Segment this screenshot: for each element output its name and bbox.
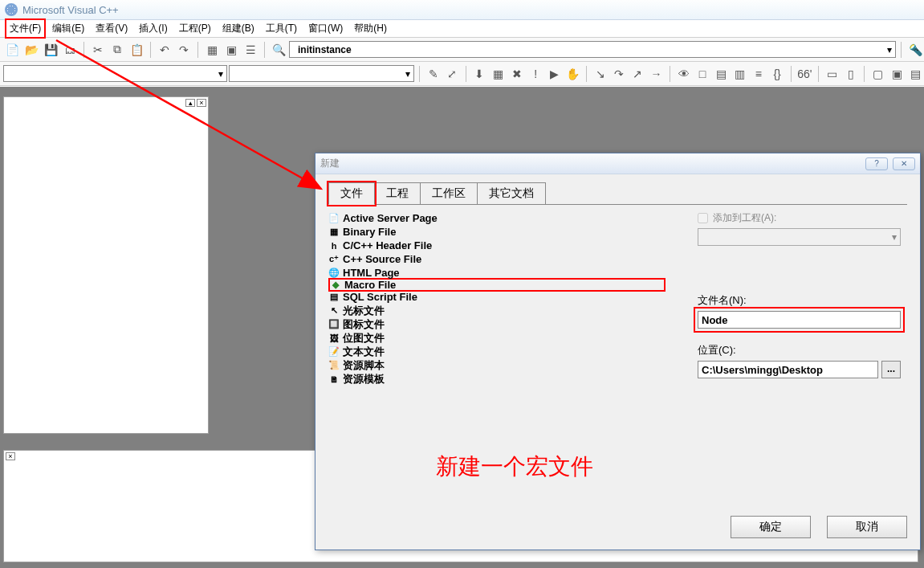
- cursor-icon: ↖: [328, 305, 340, 317]
- asp-icon: 📄: [328, 213, 340, 224]
- open-icon[interactable]: 📂: [22, 41, 40, 59]
- binary-icon: ▦: [328, 227, 340, 238]
- callstack-icon[interactable]: ≡: [750, 65, 767, 83]
- window-list-icon[interactable]: ☰: [242, 41, 259, 59]
- menu-file[interactable]: 文件(F): [5, 18, 46, 39]
- find-combo[interactable]: initinstance ▾: [289, 41, 896, 58]
- tab-file[interactable]: 文件: [328, 182, 375, 205]
- ok-button[interactable]: 确定: [731, 516, 811, 538]
- misc-icon-2[interactable]: ▣: [889, 65, 906, 83]
- execute-icon[interactable]: !: [527, 65, 544, 83]
- watch-icon[interactable]: 👁: [675, 65, 692, 83]
- menu-project[interactable]: 工程(P): [174, 20, 216, 37]
- new-file-icon[interactable]: 📄: [3, 41, 21, 59]
- list-label: C++ Source File: [343, 253, 421, 265]
- workspace-icon[interactable]: ▦: [203, 41, 221, 59]
- tab-project[interactable]: 工程: [374, 182, 421, 204]
- filename-label: 文件名(N):: [698, 293, 901, 308]
- save-all-icon[interactable]: 🗂: [61, 41, 79, 59]
- location-input[interactable]: [698, 361, 878, 378]
- file-type-list[interactable]: 📄Active Server Page ▦Binary File hC/C++ …: [328, 211, 666, 386]
- list-item-icon[interactable]: 🔲图标文件: [328, 317, 666, 331]
- menu-help[interactable]: 帮助(H): [349, 20, 392, 37]
- browse-button[interactable]: ...: [881, 361, 901, 378]
- compile-icon[interactable]: ⬇: [471, 65, 488, 83]
- list-item-script[interactable]: 📜资源脚本: [328, 358, 666, 372]
- save-icon[interactable]: 💾: [42, 41, 59, 59]
- list-item-bitmap[interactable]: 🖼位图文件: [328, 331, 666, 345]
- bitmap-icon: 🖼: [328, 333, 340, 344]
- copy-icon[interactable]: ⧉: [108, 41, 126, 59]
- menu-edit[interactable]: 编辑(E): [47, 20, 89, 37]
- list-item-sql[interactable]: ▤SQL Script File: [328, 290, 666, 304]
- undo-icon[interactable]: ↶: [156, 41, 173, 59]
- cut-icon[interactable]: ✂: [89, 41, 107, 59]
- memory-icon[interactable]: ▥: [731, 65, 748, 83]
- find-icon[interactable]: 🔦: [906, 41, 924, 59]
- misc-icon-3[interactable]: ▤: [907, 65, 924, 83]
- menu-window[interactable]: 窗口(W): [303, 20, 348, 37]
- registers-icon[interactable]: ▤: [713, 65, 730, 83]
- menu-tools[interactable]: 工具(T): [261, 20, 302, 37]
- step-into-icon[interactable]: ↘: [592, 65, 609, 83]
- output-close-icon[interactable]: ×: [6, 452, 15, 460]
- tab-workspace[interactable]: 工作区: [420, 182, 478, 204]
- menu-insert[interactable]: 插入(I): [134, 20, 172, 37]
- step-out-icon[interactable]: ↗: [629, 65, 646, 83]
- template-icon: 🗎: [328, 374, 340, 385]
- source-icon: c⁺: [328, 254, 340, 265]
- menu-build[interactable]: 组建(B): [218, 20, 259, 37]
- filename-input[interactable]: [698, 311, 901, 329]
- paste-icon[interactable]: 📋: [128, 41, 145, 59]
- app-title: Microsoft Visual C++: [22, 4, 119, 16]
- app-icon: [5, 3, 18, 16]
- build-icon[interactable]: ▦: [490, 65, 507, 83]
- panel-min-icon[interactable]: ▴: [185, 99, 195, 107]
- quickwatch-icon[interactable]: 66': [796, 65, 813, 83]
- sql-icon: ▤: [328, 292, 340, 303]
- dialog-close-icon[interactable]: ✕: [893, 157, 915, 170]
- config-combo[interactable]: ▾: [3, 65, 227, 82]
- list-label: 资源模板: [343, 372, 385, 386]
- stop-build-icon[interactable]: ✖: [508, 65, 525, 83]
- list-item-text[interactable]: 📝文本文件: [328, 345, 666, 358]
- redo-icon[interactable]: ↷: [175, 41, 193, 59]
- variables-icon[interactable]: □: [694, 65, 710, 83]
- text-icon: 📝: [328, 346, 340, 358]
- go-icon[interactable]: ▶: [546, 65, 563, 83]
- target-combo[interactable]: ▾: [229, 65, 414, 82]
- find-in-files-icon[interactable]: 🔍: [270, 41, 287, 59]
- toolbar-build: ▾ ▾ ✎ ⤢ ⬇ ▦ ✖ ! ▶ ✋ ↘ ↷ ↗ → 👁 □ ▤ ▥ ≡ {}…: [0, 62, 924, 86]
- dialog-tabs: 文件 工程 工作区 其它文档: [328, 182, 907, 205]
- list-item-template[interactable]: 🗎资源模板: [328, 372, 666, 386]
- list-item-source[interactable]: c⁺C++ Source File: [328, 252, 666, 266]
- dialog-title: 新建: [320, 157, 340, 170]
- list-item-cursor[interactable]: ↖光标文件: [328, 304, 666, 317]
- list-label: 资源脚本: [343, 358, 385, 373]
- panel-close-icon[interactable]: ×: [197, 99, 206, 107]
- list-item-asp[interactable]: 📄Active Server Page: [328, 211, 666, 225]
- step-over-icon[interactable]: ↷: [610, 65, 627, 83]
- breakpoint-icon[interactable]: ✋: [564, 65, 581, 83]
- misc-icon-1[interactable]: ▢: [869, 65, 886, 83]
- new-dialog: 新建 ? ✕ 文件 工程 工作区 其它文档 📄Active Server Pag…: [315, 153, 921, 550]
- list-label: 光标文件: [343, 304, 385, 318]
- run-to-cursor-icon[interactable]: →: [648, 65, 665, 83]
- list-item-binary[interactable]: ▦Binary File: [328, 225, 666, 239]
- menu-view[interactable]: 查看(V): [91, 20, 132, 37]
- list-item-header[interactable]: hC/C++ Header File: [328, 239, 666, 252]
- output-icon[interactable]: ▣: [222, 41, 240, 59]
- tool-icon-1[interactable]: ✎: [425, 65, 442, 83]
- list-label: HTML Page: [343, 267, 400, 279]
- dialog-titlebar: 新建 ? ✕: [315, 153, 920, 174]
- html-icon: 🌐: [328, 268, 340, 279]
- cancel-button[interactable]: 取消: [827, 516, 907, 538]
- tool-icon-2[interactable]: ⤢: [444, 65, 461, 83]
- header-icon: h: [328, 240, 340, 251]
- disasm-icon[interactable]: {}: [768, 65, 785, 83]
- tile-v-icon[interactable]: ▯: [842, 65, 859, 83]
- dialog-help-icon[interactable]: ?: [865, 157, 888, 170]
- tab-other[interactable]: 其它文档: [477, 182, 546, 204]
- titlebar: Microsoft Visual C++: [0, 0, 924, 20]
- tile-h-icon[interactable]: ▭: [824, 65, 841, 83]
